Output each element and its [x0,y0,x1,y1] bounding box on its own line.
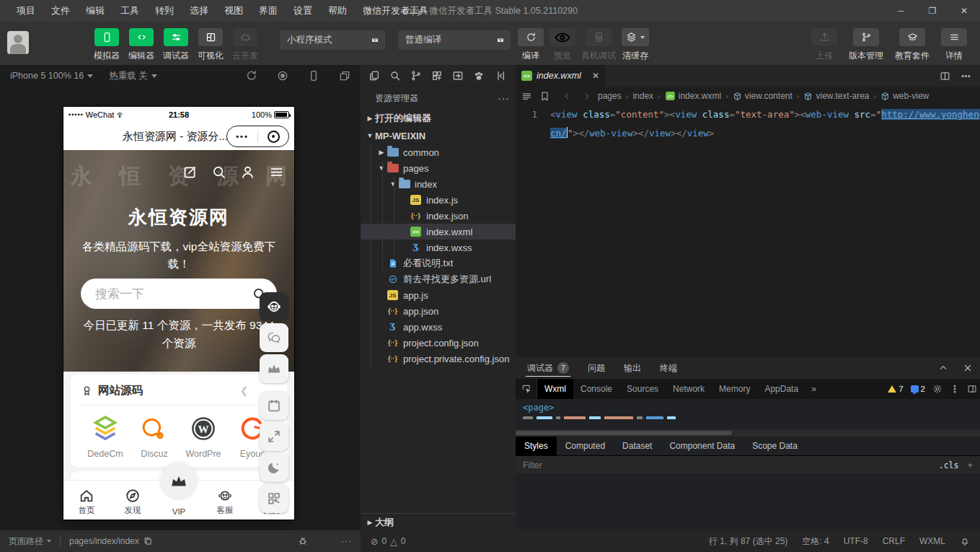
tree-item-index.wxss[interactable]: Ʒindex.wxss [361,240,516,255]
menu-item-0[interactable]: 项目 [9,0,43,22]
explorer-more-icon[interactable]: ··· [498,92,510,104]
code-line[interactable]: cn/"></web-view></view></view> [516,124,980,143]
editor-more-icon[interactable] [961,71,971,82]
files-icon[interactable] [368,70,380,82]
menu-item-7[interactable]: 界面 [251,0,286,22]
menu-item-6[interactable]: 视图 [216,0,251,22]
compile-select[interactable]: 普通编译 [398,30,511,50]
edit-icon[interactable] [182,165,198,180]
tree-item-index[interactable]: ▼index [361,176,516,192]
menu-item-9[interactable]: 帮助 [320,0,355,22]
code-editor[interactable]: 1<view class="content"><view class="text… [516,105,980,143]
devtools-menu-icon[interactable] [950,384,960,394]
tab-发现[interactable]: 发现 [110,481,156,520]
project-root[interactable]: ▼MP-WEIXIN [361,127,516,144]
copy-icon[interactable] [143,536,153,546]
rotate-device-icon[interactable] [246,70,257,82]
paw-icon[interactable] [473,70,485,82]
devtools-settings-icon[interactable] [932,384,943,394]
devtools-tab-Wxml[interactable]: Wxml [537,379,573,399]
style-tab-Scope-Data[interactable]: Scope Data [743,437,806,455]
mode-select[interactable]: 小程序模式 [280,30,385,50]
more-dots-icon[interactable]: ••• [227,132,257,141]
tree-item-app.json[interactable]: {··}app.json [361,303,516,319]
search-icon[interactable] [211,165,226,180]
action-清缓存[interactable]: 清缓存 [622,28,649,62]
debugger-tab-调试器[interactable]: 调试器7 [523,357,573,379]
devtools-tab-Sources[interactable]: Sources [619,379,666,399]
devtools-tab-AppData[interactable]: AppData [757,379,805,399]
devtools-tab-Memory[interactable]: Memory [712,379,757,399]
dock-side-icon[interactable] [967,384,977,394]
bookmark-icon[interactable] [539,91,550,102]
tree-item-project.config.json[interactable]: {··}project.config.json [361,335,516,351]
breadcrumb-item-view.content[interactable]: view.content [733,91,793,101]
action-编译[interactable]: 编译 [518,28,544,62]
app-item-Discuz[interactable]: Discuz [130,414,179,459]
indent-setting[interactable]: 空格: 4 [802,535,829,548]
tab-index-wxml[interactable]: <> index.wxml ✕ [516,65,605,87]
panel-button-可视化[interactable]: 可视化 [193,28,228,62]
action-教育套件[interactable]: 教育套件 [895,28,930,62]
minimize-button[interactable]: ─ [885,0,917,22]
style-tab-Component-Data[interactable]: Component Data [661,437,743,455]
close-circle-icon[interactable] [258,131,288,143]
devtools-more-tabs[interactable]: » [805,379,822,399]
tab-客服[interactable]: 客服 [202,481,248,520]
menu-item-5[interactable]: 选择 [182,0,216,22]
bell-icon[interactable] [960,536,970,546]
tree-item-app.wxss[interactable]: Ʒapp.wxss [361,319,516,335]
warning-counter[interactable]: 7 [888,385,903,393]
hot-reload-toggle[interactable]: 热重载 关 [109,70,156,82]
action-详情[interactable]: 详情 [941,28,967,62]
nav-forward-icon[interactable] [582,92,591,101]
maximize-button[interactable]: ❐ [917,0,948,22]
code-line[interactable]: 1<view class="content"><view class="text… [516,105,980,124]
action-版本管理[interactable]: 版本管理 [849,28,883,62]
debugger-tab-终端[interactable]: 终端 [655,357,681,379]
eol-setting[interactable]: CRLF [883,536,905,546]
menu-item-2[interactable]: 编辑 [78,0,112,22]
panel-button-编辑器[interactable]: 编辑器 [124,28,159,62]
message-counter[interactable]: 2 [911,385,925,393]
close-panel-icon[interactable] [963,363,973,373]
collapse-sidebar-icon[interactable] [494,70,506,82]
tree-item-前去寻找更多资源.url[interactable]: 前去寻找更多资源.url [361,271,516,287]
tab-首页[interactable]: 首页 [63,481,110,520]
tree-item-必看说明.txt[interactable]: 必看说明.txt [361,255,516,271]
extensions-icon[interactable] [431,70,443,82]
add-style-icon[interactable]: + [967,460,973,470]
eye-icon[interactable] [319,536,330,546]
menu-item-1[interactable]: 文件 [43,0,78,22]
open-editor-icon[interactable] [452,70,464,82]
cls-toggle[interactable]: .cls [939,460,959,470]
tree-item-common[interactable]: ▶common [361,144,516,160]
close-button[interactable]: ✕ [948,0,980,22]
collapse-panel-icon[interactable] [938,363,948,373]
style-tab-Styles[interactable]: Styles [516,437,557,455]
split-editor-icon[interactable] [940,71,950,82]
tab-VIP[interactable]: VIP [156,481,202,520]
page-node[interactable]: <page> [523,403,554,413]
device-select[interactable]: iPhone 5 100% 16 [10,71,93,81]
tree-item-index.json[interactable]: {··}index.json [361,208,516,224]
close-tab-icon[interactable]: ✕ [592,71,599,81]
tree-item-index.wxml[interactable]: <>index.wxml [361,224,516,240]
debugger-tab-输出[interactable]: 输出 [619,357,645,379]
menu-item-8[interactable]: 设置 [286,0,320,22]
float-qrcode-button[interactable] [260,484,288,513]
elements-panel[interactable]: <page> [516,399,980,429]
style-tab-Dataset[interactable]: Dataset [614,437,661,455]
debugger-tab-问题[interactable]: 问题 [583,357,609,379]
breadcrumb-item-index[interactable]: index [632,91,653,101]
breadcrumb-item-view.text-area[interactable]: view.text-area [803,91,869,101]
capsule-menu[interactable]: ••• [226,126,289,147]
tree-item-app.js[interactable]: JSapp.js [361,287,516,303]
devtools-tab-Console[interactable]: Console [573,379,619,399]
float-wechat-button[interactable] [260,323,288,352]
breadcrumb-item-index.wxml[interactable]: <>index.wxml [665,91,721,101]
float-moon-button[interactable] [260,453,288,482]
float-expand-button[interactable] [260,422,288,451]
outline-toggle-icon[interactable] [521,91,532,102]
breadcrumb-item-web-view[interactable]: web-view [880,91,929,101]
